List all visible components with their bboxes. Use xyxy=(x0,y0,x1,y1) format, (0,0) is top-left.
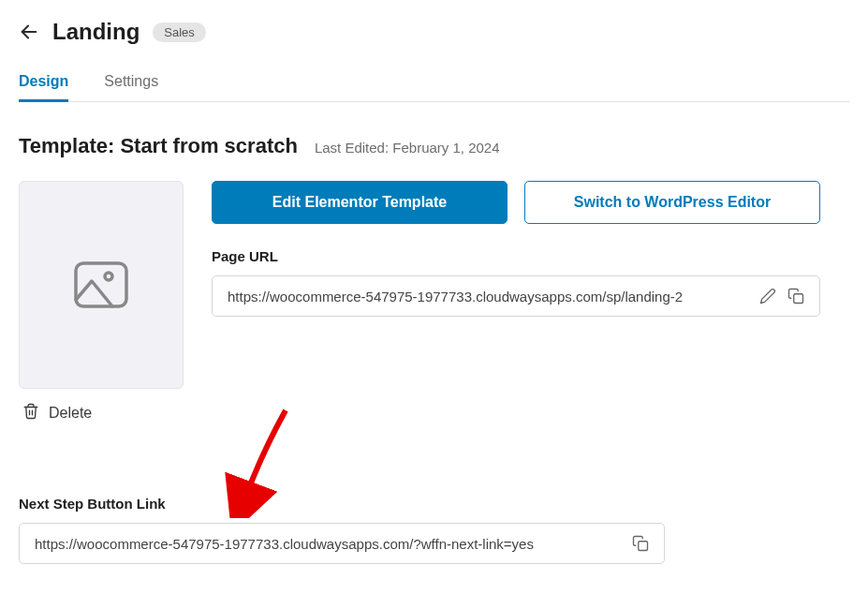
copy-icon[interactable] xyxy=(787,288,804,304)
annotation-arrow-wrap xyxy=(19,434,849,490)
svg-point-2 xyxy=(105,273,112,280)
page-url-label: Page URL xyxy=(212,248,820,264)
edit-elementor-button[interactable]: Edit Elementor Template xyxy=(212,181,508,224)
tab-design[interactable]: Design xyxy=(19,73,68,102)
thumbnail-column: Delete xyxy=(19,181,184,424)
next-step-section: Next Step Button Link https://woocommerc… xyxy=(19,496,665,564)
trash-icon xyxy=(22,402,39,424)
back-arrow-icon[interactable] xyxy=(19,22,39,42)
page-title: Landing xyxy=(52,19,140,45)
svg-rect-1 xyxy=(76,263,126,306)
delete-label: Delete xyxy=(49,405,92,422)
page-url-field: https://woocommerce-547975-1977733.cloud… xyxy=(212,275,820,317)
last-edited: Last Edited: February 1, 2024 xyxy=(315,140,500,156)
tab-settings[interactable]: Settings xyxy=(104,73,158,101)
image-placeholder-icon xyxy=(73,260,129,309)
right-column: Edit Elementor Template Switch to WordPr… xyxy=(212,181,820,317)
tabs: Design Settings xyxy=(19,73,849,102)
edit-icon[interactable] xyxy=(759,288,776,304)
svg-rect-5 xyxy=(639,542,648,551)
sales-badge: Sales xyxy=(153,22,206,42)
page-header: Landing Sales xyxy=(19,19,849,45)
next-step-label: Next Step Button Link xyxy=(19,496,665,512)
page-url-value: https://woocommerce-547975-1977733.cloud… xyxy=(228,289,748,304)
template-thumbnail xyxy=(19,181,184,389)
copy-icon[interactable] xyxy=(632,535,649,552)
annotation-arrow-icon xyxy=(215,406,309,518)
button-row: Edit Elementor Template Switch to WordPr… xyxy=(212,181,820,224)
next-step-value: https://woocommerce-547975-1977733.cloud… xyxy=(35,536,621,552)
content-row: Delete Edit Elementor Template Switch to… xyxy=(19,181,849,424)
template-header: Template: Start from scratch Last Edited… xyxy=(19,134,849,158)
next-step-field: https://woocommerce-547975-1977733.cloud… xyxy=(19,523,665,564)
svg-rect-3 xyxy=(794,294,803,304)
template-title: Template: Start from scratch xyxy=(19,134,298,158)
delete-button[interactable]: Delete xyxy=(19,402,184,424)
switch-wordpress-button[interactable]: Switch to WordPress Editor xyxy=(524,181,820,224)
